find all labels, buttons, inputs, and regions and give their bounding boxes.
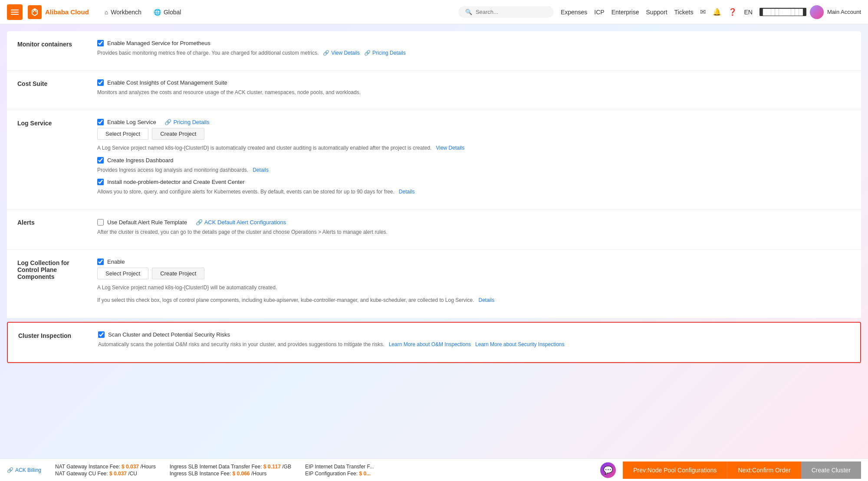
cluster-inspection-description: Automatically scans the potential O&M ri…: [98, 340, 850, 349]
cost-suite-checkbox[interactable]: [97, 79, 104, 86]
brand-logo[interactable]: Alibaba Cloud: [28, 5, 89, 19]
cluster-inspection-checkbox[interactable]: [98, 331, 105, 338]
cost-suite-label: Cost Suite: [17, 79, 87, 87]
alerts-checkbox[interactable]: [97, 219, 104, 226]
lang-switch[interactable]: EN: [744, 9, 752, 16]
log-service-view-details-link[interactable]: View Details: [436, 145, 464, 151]
log-collection-project-buttons: Select Project Create Project: [97, 268, 851, 279]
monitor-checkbox-label: Enable Managed Service for Prometheus: [107, 40, 210, 46]
ingress-dashboard-checkbox[interactable]: [97, 157, 104, 164]
log-collection-checkbox[interactable]: [97, 258, 104, 265]
log-service-checkbox[interactable]: [97, 119, 104, 125]
cost-suite-checkbox-row: Enable Cost Insights of Cost Management …: [97, 79, 851, 86]
help-icon[interactable]: ❓: [728, 8, 737, 16]
tickets-link[interactable]: Tickets: [674, 9, 694, 16]
alert-link-icon: 🔗: [196, 219, 203, 226]
log-collection-desc2: If you select this check box, logs of co…: [97, 296, 851, 304]
ingress-dashboard-description: Provides Ingress access log analysis and…: [97, 166, 851, 174]
main-settings-card: Monitor containers Enable Managed Servic…: [7, 31, 861, 318]
log-collection-details-link[interactable]: Details: [479, 297, 495, 303]
monitor-description: Provides basic monitoring metrics free o…: [97, 49, 851, 57]
learn-more-om-link[interactable]: Learn More about O&M Inspections: [389, 341, 471, 347]
user-menu[interactable]: ██████████ Main Account: [760, 5, 861, 19]
monitor-containers-content: Enable Managed Service for Prometheus Pr…: [97, 40, 851, 62]
hamburger-menu[interactable]: [7, 4, 23, 20]
search-input[interactable]: [476, 9, 547, 15]
ingress-details-link[interactable]: Details: [253, 167, 269, 173]
home-icon: ⌂: [105, 9, 108, 16]
workbench-link[interactable]: ⌂ Workbench: [99, 6, 147, 18]
event-center-row: Install node-problem-detector and Create…: [97, 179, 851, 185]
log-collection-label: Log Collection for Control Plane Compone…: [17, 258, 87, 280]
cost-suite-content: Enable Cost Insights of Cost Management …: [97, 79, 851, 101]
log-service-checkbox-row: Enable Log Service 🔗 Pricing Details: [97, 119, 851, 125]
pricing-link-icon: 🔗: [164, 119, 171, 125]
monitor-view-details-link[interactable]: 🔗 View Details: [323, 49, 360, 57]
event-center-checkbox[interactable]: [97, 179, 104, 185]
alerts-content: Use Default Alert Rule Template 🔗 ACK De…: [97, 218, 851, 241]
nav-actions: Expenses ICP Enterprise Support Tickets …: [561, 5, 861, 19]
search-bar: 🔍: [458, 6, 554, 18]
learn-more-security-link[interactable]: Learn More about Security Inspections: [475, 341, 564, 347]
link-icon: 🔗: [323, 49, 329, 57]
log-service-label: Log Service: [17, 119, 87, 127]
cluster-inspection-section: Cluster Inspection Scan Cluster and Dete…: [8, 323, 860, 362]
event-details-link[interactable]: Details: [399, 189, 415, 195]
alerts-label: Alerts: [17, 218, 87, 226]
nav-links: ⌂ Workbench 🌐 Global: [99, 6, 187, 18]
alerts-checkbox-row: Use Default Alert Rule Template 🔗 ACK De…: [97, 219, 851, 226]
mail-icon[interactable]: ✉: [700, 8, 706, 16]
log-service-select-project-btn[interactable]: Select Project: [97, 128, 148, 140]
log-service-create-project-btn[interactable]: Create Project: [152, 128, 204, 140]
page-wrapper: Monitor containers Enable Managed Servic…: [0, 24, 868, 458]
log-collection-desc1: A Log Service project named k8s-log-{Clu…: [97, 284, 851, 292]
log-service-pricing-link[interactable]: 🔗 Pricing Details: [164, 119, 209, 125]
log-service-checkbox-label: Enable Log Service: [107, 119, 156, 125]
search-icon: 🔍: [465, 9, 472, 15]
monitor-containers-section: Monitor containers Enable Managed Servic…: [7, 31, 861, 71]
cluster-inspection-checkbox-row: Scan Cluster and Detect Potential Securi…: [98, 331, 850, 338]
cost-suite-checkbox-label: Enable Cost Insights of Cost Management …: [107, 79, 227, 86]
cost-suite-section: Cost Suite Enable Cost Insights of Cost …: [7, 71, 861, 110]
log-service-description1: A Log Service project named k8s-log-{Clu…: [97, 144, 851, 152]
bell-icon[interactable]: 🔔: [713, 8, 721, 16]
expenses-link[interactable]: Expenses: [561, 9, 587, 16]
cluster-inspection-content: Scan Cluster and Detect Potential Securi…: [98, 331, 850, 353]
icp-link[interactable]: ICP: [594, 9, 604, 16]
cluster-inspection-label: Cluster Inspection: [18, 331, 88, 339]
event-center-description: Allows you to store, query, and configur…: [97, 188, 851, 196]
log-collection-create-project-btn[interactable]: Create Project: [152, 268, 204, 279]
monitor-checkbox[interactable]: [97, 40, 104, 46]
enterprise-link[interactable]: Enterprise: [612, 9, 639, 16]
alerts-section: Alerts Use Default Alert Rule Template 🔗…: [7, 209, 861, 250]
log-collection-checkbox-label: Enable: [107, 258, 125, 265]
global-link[interactable]: 🌐 Global: [148, 6, 186, 18]
alerts-checkbox-label: Use Default Alert Rule Template: [107, 219, 187, 226]
cluster-inspection-card: Cluster Inspection Scan Cluster and Dete…: [7, 322, 861, 363]
log-service-content: Enable Log Service 🔗 Pricing Details Sel…: [97, 119, 851, 200]
avatar: [810, 5, 824, 19]
global-label: Global: [164, 9, 181, 16]
globe-icon: 🌐: [154, 9, 161, 16]
log-collection-section: Log Collection for Control Plane Compone…: [7, 250, 861, 318]
cost-suite-description: Monitors and analyzes the costs and reso…: [97, 88, 851, 97]
log-collection-content: Enable Select Project Create Project A L…: [97, 258, 851, 309]
ingress-dashboard-row: Create Ingress Dashboard: [97, 157, 851, 164]
alerts-description: After the cluster is created, you can go…: [97, 228, 851, 236]
svg-rect-0: [28, 5, 42, 19]
monitor-checkbox-row: Enable Managed Service for Prometheus: [97, 40, 851, 46]
brand-name: Alibaba Cloud: [45, 8, 89, 16]
ingress-dashboard-label: Create Ingress Dashboard: [107, 157, 173, 164]
cluster-inspection-checkbox-label: Scan Cluster and Detect Potential Securi…: [108, 331, 230, 338]
support-link[interactable]: Support: [646, 9, 667, 16]
log-service-project-buttons: Select Project Create Project: [97, 128, 851, 140]
monitor-pricing-details-link[interactable]: 🔗 Pricing Details: [364, 49, 406, 57]
top-navigation: Alibaba Cloud ⌂ Workbench 🌐 Global 🔍 Exp…: [0, 0, 868, 24]
event-center-label: Install node-problem-detector and Create…: [107, 179, 245, 185]
ack-alert-config-link[interactable]: 🔗 ACK Default Alert Configurations: [196, 219, 286, 226]
log-service-section: Log Service Enable Log Service 🔗 Pricing…: [7, 110, 861, 209]
log-collection-select-project-btn[interactable]: Select Project: [97, 268, 148, 279]
user-name-label: ██████████: [760, 8, 806, 16]
workbench-label: Workbench: [111, 9, 141, 16]
main-account-label: Main Account: [827, 9, 861, 15]
